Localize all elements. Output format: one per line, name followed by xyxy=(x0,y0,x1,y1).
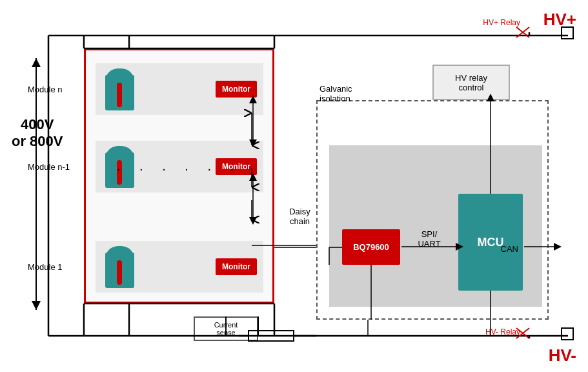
bq79600-box: BQ79600 xyxy=(342,229,400,265)
monitor-box-n: Monitor xyxy=(216,81,257,98)
galvanic-label: Galvanic Galvanic isolation isolation xyxy=(319,84,352,103)
hv-plus-label: HV+ xyxy=(543,10,576,30)
daisy-chain-label: Daisy chain xyxy=(282,207,318,226)
monitor-box-1: Monitor xyxy=(216,258,257,275)
hv-plus-relay-label: HV+ Relay xyxy=(483,18,520,27)
voltage-label: 400V or 800V xyxy=(12,116,63,150)
module-row-n: Module n Monitor xyxy=(96,63,263,115)
dots-ellipsis: · · · · · · xyxy=(84,161,274,176)
voltage-arrow xyxy=(35,58,37,310)
module-1-label: Module 1 xyxy=(28,262,62,272)
module-n1-label: Module n-1 xyxy=(28,162,70,172)
module-row-1: Module 1 Monitor xyxy=(96,241,263,293)
svg-rect-8 xyxy=(562,328,573,340)
svg-line-3 xyxy=(516,27,529,37)
current-sense-box: Currentsense xyxy=(194,316,258,341)
can-label: CAN xyxy=(501,244,518,254)
hv-minus-label: HV- xyxy=(549,346,576,366)
battery-cylinder-n xyxy=(102,68,137,110)
hv-minus-relay-label: HV- Relay xyxy=(485,327,520,336)
hv-relay-control-box: HV relaycontrol xyxy=(432,65,510,100)
spi-uart-label: SPI/UART xyxy=(410,229,449,249)
svg-marker-34 xyxy=(554,243,562,251)
battery-cylinder-1 xyxy=(102,246,137,288)
mcu-box: MCU xyxy=(458,194,523,291)
svg-line-2 xyxy=(516,27,529,37)
module-n-label: Module n xyxy=(28,85,62,94)
diagram: 400V or 800V Module n Monitor Module n-1… xyxy=(0,0,588,372)
